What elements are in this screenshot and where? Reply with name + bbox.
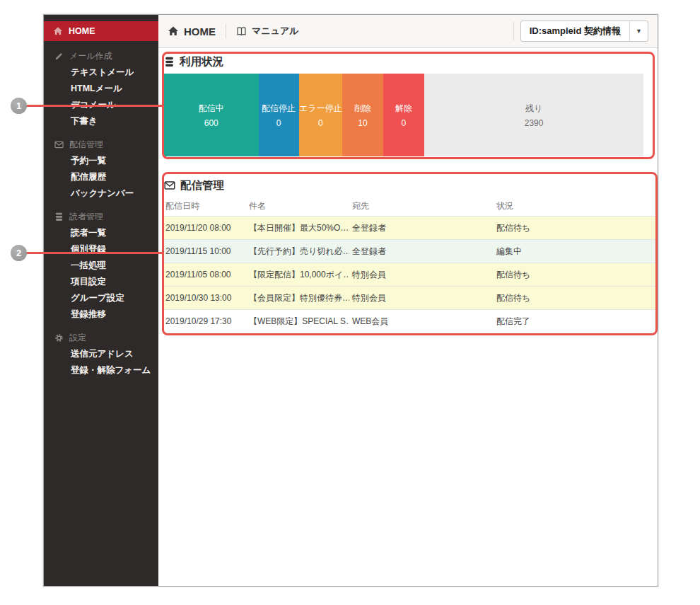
breadcrumb-home[interactable]: HOME (168, 25, 216, 38)
cell-recipient: WEB会員 (349, 316, 494, 328)
sidebar-item-registration-trend[interactable]: 登録推移 (44, 306, 158, 323)
segment-label: 削除 (354, 103, 371, 115)
segment-label: 配信中 (199, 103, 224, 115)
cell-subject: 【先行予約】売り切れ必… (246, 246, 349, 258)
cell-datetime: 2019/11/05 08:00 (163, 270, 246, 280)
sidebar-item-back-number[interactable]: バックナンバー (44, 185, 158, 202)
pencil-icon (54, 52, 64, 61)
sidebar-section-delivery: 配信管理 予約一覧 配信履歴 バックナンバー (44, 137, 158, 202)
sidebar-item-deco-mail[interactable]: デコメール (44, 97, 158, 113)
cell-recipient: 全登録者 (349, 222, 494, 234)
delivery-table: 配信日時 件名 宛先 状況 2019/11/20 08:00 【本日開催】最大5… (163, 196, 657, 333)
sidebar-item-register-unsubscribe-form[interactable]: 登録・解除フォーム (44, 362, 158, 379)
usage-segment-deleted: 削除 10 (342, 74, 383, 156)
home-icon (53, 26, 63, 36)
segment-value: 0 (402, 118, 407, 128)
chevron-down-icon[interactable]: ▼ (629, 21, 648, 41)
table-row[interactable]: 2019/11/20 08:00 【本日開催】最大50%O… 全登録者 配信待ち (163, 216, 657, 239)
segment-value: 10 (358, 118, 367, 128)
cell-status: 配信待ち (494, 269, 657, 281)
sidebar-item-individual-register[interactable]: 個別登録 (44, 241, 158, 258)
usage-section-title: 利用状況 (164, 54, 658, 69)
segment-value: 0 (318, 118, 323, 128)
page: HOME メール作成 テキストメール HTMLメール デコメール 下書き (0, 0, 700, 605)
sidebar-item-batch-process[interactable]: 一括処理 (44, 258, 158, 274)
column-header-recipient: 宛先 (349, 200, 494, 212)
delivery-title-label: 配信管理 (180, 178, 224, 193)
sidebar: HOME メール作成 テキストメール HTMLメール デコメール 下書き (44, 15, 158, 586)
sidebar-section-readers: 読者管理 読者一覧 個別登録 一括処理 項目設定 グループ設定 登録推移 (44, 209, 158, 323)
sidebar-item-text-mail[interactable]: テキストメール (44, 64, 158, 81)
sidebar-item-sender-address[interactable]: 送信元アドレス (44, 346, 158, 362)
cell-subject: 【本日開催】最大50%O… (246, 222, 349, 234)
sidebar-item-field-settings[interactable]: 項目設定 (44, 274, 158, 290)
usage-segment-error-stopped: エラー停止 0 (299, 74, 343, 156)
sidebar-item-home[interactable]: HOME (44, 21, 158, 41)
segment-label: 解除 (395, 103, 412, 115)
database-icon (164, 57, 175, 67)
sidebar-section-header-readers: 読者管理 (44, 209, 158, 225)
sidebar-section-header-mail-create: メール作成 (44, 48, 158, 64)
cell-status: 配信完了 (494, 316, 657, 328)
sidebar-item-reservation-list[interactable]: 予約一覧 (44, 153, 158, 169)
manual-link[interactable]: マニュアル (236, 25, 299, 38)
content-area: 利用状況 配信中 600 配信停止 0 エラー停止 0 (158, 48, 658, 586)
delivery-section-title: 配信管理 (164, 178, 658, 193)
section-label: 読者管理 (69, 211, 103, 223)
sidebar-item-draft[interactable]: 下書き (44, 113, 158, 129)
home-icon (168, 25, 179, 37)
table-row[interactable]: 2019/11/05 08:00 【限定配信】10,000ポイ… 特別会員 配信… (163, 263, 657, 286)
segment-label: エラー停止 (299, 103, 342, 115)
segment-value: 600 (204, 118, 218, 128)
cell-datetime: 2019/11/20 08:00 (163, 223, 246, 233)
cell-datetime: 2019/11/15 10:00 (163, 246, 246, 256)
cell-subject: 【会員限定】特別優待券… (246, 292, 349, 304)
sidebar-section-header-delivery: 配信管理 (44, 137, 158, 153)
cell-recipient: 特別会員 (349, 292, 494, 304)
usage-segment-unsubscribed: 解除 0 (383, 74, 424, 156)
cell-recipient: 全登録者 (349, 246, 494, 258)
app-window: HOME メール作成 テキストメール HTMLメール デコメール 下書き (43, 14, 658, 587)
column-header-subject: 件名 (246, 200, 349, 212)
segment-label: 配信停止 (262, 103, 296, 115)
sidebar-item-reader-list[interactable]: 読者一覧 (44, 225, 158, 241)
annotation-marker-1: 1 (11, 98, 27, 114)
cell-recipient: 特別会員 (349, 269, 494, 281)
contract-info-label: ID:sampleid 契約情報 (521, 21, 629, 41)
section-label: 配信管理 (69, 139, 103, 151)
top-bar: HOME マニュアル ID:sampleid 契約情報 ▼ (158, 15, 658, 48)
cell-status: 配信待ち (494, 292, 657, 304)
contract-info-button[interactable]: ID:sampleid 契約情報 ▼ (520, 21, 648, 42)
top-bar-right: ID:sampleid 契約情報 ▼ (513, 21, 648, 42)
column-header-status: 状況 (494, 200, 657, 212)
sidebar-section-mail-create: メール作成 テキストメール HTMLメール デコメール 下書き (44, 48, 158, 129)
cell-datetime: 2019/10/30 13:00 (163, 293, 246, 303)
sidebar-home-label: HOME (69, 26, 95, 36)
table-row[interactable]: 2019/11/15 10:00 【先行予約】売り切れ必… 全登録者 編集中 (163, 239, 657, 263)
section-label: 設定 (69, 332, 86, 344)
cell-subject: 【WEB限定】SPECIAL S… (246, 316, 349, 328)
envelope-icon (164, 180, 175, 191)
cell-status: 編集中 (494, 246, 657, 258)
sidebar-item-html-mail[interactable]: HTMLメール (44, 81, 158, 97)
cell-datetime: 2019/10/29 17:30 (163, 316, 246, 326)
account-divider (513, 22, 514, 40)
table-row[interactable]: 2019/10/30 13:00 【会員限定】特別優待券… 特別会員 配信待ち (163, 286, 657, 309)
section-label: メール作成 (69, 50, 112, 62)
sidebar-section-settings: 設定 送信元アドレス 登録・解除フォーム (44, 330, 158, 379)
breadcrumb-home-label: HOME (184, 25, 216, 38)
usage-segment-stopped: 配信停止 0 (259, 74, 299, 156)
table-row[interactable]: 2019/10/29 17:30 【WEB限定】SPECIAL S… WEB会員… (163, 309, 657, 333)
usage-stacked-bar: 配信中 600 配信停止 0 エラー停止 0 削除 10 (164, 74, 643, 156)
cell-status: 配信待ち (494, 222, 657, 234)
sidebar-item-group-settings[interactable]: グループ設定 (44, 290, 158, 306)
usage-title-label: 利用状況 (180, 54, 223, 69)
delivery-table-header: 配信日時 件名 宛先 状況 (163, 196, 657, 216)
header-divider (226, 23, 226, 39)
sidebar-item-delivery-history[interactable]: 配信履歴 (44, 169, 158, 185)
cell-subject: 【限定配信】10,000ポイ… (246, 269, 349, 281)
segment-value: 0 (276, 118, 281, 128)
annotation-marker-2: 2 (11, 245, 27, 261)
manual-link-label: マニュアル (252, 25, 299, 38)
sidebar-section-header-settings: 設定 (44, 330, 158, 346)
